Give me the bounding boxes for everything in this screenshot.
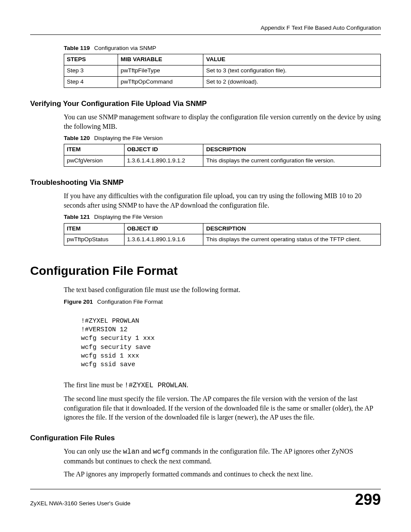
cell: Step 3 [64,65,118,77]
th-oid: OBJECT ID [124,144,203,156]
cell: 1.3.6.1.4.1.890.1.9.1.6 [124,234,203,246]
th-mib: MIB VARIABLE [118,54,203,65]
inline-code: !#ZYXEL PROWLAN [125,382,187,389]
table121: ITEM OBJECT ID DESCRIPTION pwTftpOpStatu… [64,223,381,246]
table121-caption: Table 121Displaying the File Version [64,213,381,221]
para-verifying: You can use SNMP management software to … [64,112,381,131]
text: and [140,448,153,455]
cell: Set to 2 (download). [203,77,381,88]
table119: STEPS MIB VARIABLE VALUE Step 3 pwTftpFi… [64,54,381,88]
th-desc: DESCRIPTION [203,144,381,156]
para-troubleshooting: If you have any difficulties with the co… [64,191,381,210]
th-item: ITEM [64,223,125,234]
figure201-code: !#ZYXEL PROWLAN !#VERSION 12 wcfg securi… [81,317,381,370]
table-row: Step 3 pwTftpFileType Set to 3 (text con… [64,65,381,77]
table120-caption: Table 120Displaying the File Version [64,134,381,142]
table-header-row: STEPS MIB VARIABLE VALUE [64,54,381,65]
running-header: Appendix F Text File Based Auto Configur… [30,24,381,32]
header-rule [30,34,381,35]
para-format: The text based configuration file must u… [64,285,381,295]
table-row: pwCfgVersion 1.3.6.1.4.1.890.1.9.1.2 Thi… [64,156,381,167]
figure201-caption: Figure 201Configuration File Format [64,298,381,306]
heading-config-file-format: Configuration File Format [30,263,381,279]
table-row: pwTftpOpStatus 1.3.6.1.4.1.890.1.9.1.6 T… [64,234,381,246]
footer-rule [30,489,381,489]
caption-title: Displaying the File Version [94,214,163,220]
cell: pwTftpFileType [118,65,203,77]
cell: 1.3.6.1.4.1.890.1.9.1.2 [124,156,203,167]
inline-code: wcfg [153,448,169,456]
caption-title: Displaying the File Version [94,135,163,141]
cell: pwCfgVersion [64,156,125,167]
th-desc: DESCRIPTION [203,223,381,234]
table-header-row: ITEM OBJECT ID DESCRIPTION [64,223,381,234]
table-row: Step 4 pwTftpOpCommand Set to 2 (downloa… [64,77,381,88]
text: . [187,381,188,389]
cell: Set to 3 (text configuration file). [203,65,381,77]
caption-label: Table 120 [64,135,90,141]
th-item: ITEM [64,144,125,156]
cell: This displays the current configuration … [203,156,381,167]
cell: Step 4 [64,77,118,88]
page-number: 299 [355,492,381,507]
table119-caption: Table 119Configuration via SNMP [64,44,381,52]
text: You can only use the [64,448,123,455]
caption-title: Configuration File Format [97,299,163,305]
caption-label: Table 121 [64,214,90,220]
caption-label: Table 119 [64,45,90,51]
para-firstline: The first line must be !#ZYXEL PROWLAN. [64,380,381,391]
th-oid: OBJECT ID [124,223,203,234]
para-rules-1: You can only use the wlan and wcfg comma… [64,447,381,466]
caption-label: Figure 201 [64,299,93,305]
caption-title: Configuration via SNMP [94,45,156,51]
table120: ITEM OBJECT ID DESCRIPTION pwCfgVersion … [64,144,381,167]
page-footer: ZyXEL NWA-3160 Series User's Guide 299 [30,492,381,507]
heading-verifying: Verifying Your Configuration File Upload… [30,99,381,109]
th-value: VALUE [203,54,381,65]
th-steps: STEPS [64,54,118,65]
cell: pwTftpOpCommand [118,77,203,88]
cell: pwTftpOpStatus [64,234,125,246]
cell: This displays the current operating stat… [203,234,381,246]
inline-code: wlan [123,448,139,456]
table-header-row: ITEM OBJECT ID DESCRIPTION [64,144,381,156]
para-secondline: The second line must specify the file ve… [64,394,381,422]
para-rules-2: The AP ignores any improperly formatted … [64,470,381,479]
heading-config-rules: Configuration File Rules [30,433,381,443]
heading-troubleshooting: Troubleshooting Via SNMP [30,178,381,188]
text: The first line must be [64,381,125,389]
footer-guide: ZyXEL NWA-3160 Series User's Guide [30,500,131,507]
